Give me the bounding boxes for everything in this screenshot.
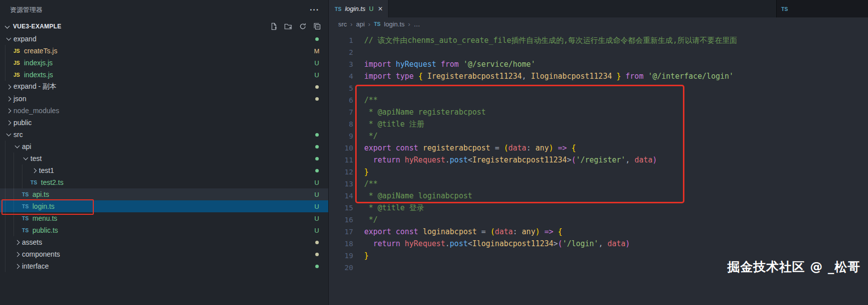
line-number: 8 xyxy=(329,118,353,130)
tree-item-json[interactable]: json xyxy=(0,93,328,105)
more-actions-icon[interactable]: ··· xyxy=(310,5,319,14)
tree-item-createTs.js[interactable]: JScreateTs.jsM xyxy=(0,45,328,57)
tree-item-indexjs.js[interactable]: JSindexjs.jsU xyxy=(0,57,328,69)
project-section-header[interactable]: VUE3-EXAMPLE xyxy=(0,20,328,33)
tree-item-indexts.js[interactable]: JSindexts.jsU xyxy=(0,69,328,81)
vscode-window: { "colors": { "selection_blue": "#0a4d78… xyxy=(0,0,868,305)
git-dot-badge xyxy=(315,97,319,101)
tree-item-public[interactable]: public xyxy=(0,117,328,129)
indent-guide xyxy=(13,188,22,200)
code-line-text: /** xyxy=(353,178,378,190)
indent-guide xyxy=(5,212,13,224)
breadcrumb-separator: › xyxy=(368,20,370,28)
git-untracked-badge: U xyxy=(313,179,320,186)
git-dot-badge xyxy=(315,85,319,89)
git-dot-badge xyxy=(315,145,319,149)
indent-guide xyxy=(5,176,13,188)
tree-item-login.ts[interactable]: TSlogin.tsU xyxy=(0,200,328,212)
line-number: 7 xyxy=(329,106,353,118)
explorer-title: 资源管理器 xyxy=(10,5,42,14)
tree-item-test1[interactable]: test1 xyxy=(0,164,328,176)
tree-item-assets[interactable]: assets xyxy=(0,236,328,248)
watermark: 掘金技术社区 @ _松哥 xyxy=(727,259,861,275)
code-line: 8 * @title 注册 xyxy=(329,118,868,130)
code-line-text xyxy=(353,82,364,94)
close-icon[interactable]: × xyxy=(378,5,383,13)
chevron-right-icon xyxy=(13,236,21,248)
breadcrumb-item-more[interactable]: … xyxy=(414,20,420,28)
line-number: 12 xyxy=(329,166,353,178)
code-line-text: // 该文件由chenms_auto_create_file插件自动生成的,每次… xyxy=(353,34,737,46)
line-number: 18 xyxy=(329,238,353,250)
tab-login-ts[interactable]: TS login.ts U × xyxy=(329,0,389,17)
line-number: 19 xyxy=(329,250,353,262)
indent-guide xyxy=(5,45,13,57)
ts-file-icon: TS xyxy=(22,215,32,221)
tree-item-interface[interactable]: interface xyxy=(0,260,328,272)
tree-item-label: src xyxy=(13,131,23,139)
line-number: 2 xyxy=(329,46,353,58)
code-line-text: } xyxy=(353,250,369,262)
tree-item-expand---[interactable]: expand - 副本 xyxy=(0,81,328,93)
indent-guide xyxy=(5,141,13,152)
code-line: 11 return hyRequest.post<Iregisterabcpos… xyxy=(329,154,868,166)
tree-item-node_modules[interactable]: node_modules xyxy=(0,105,328,117)
project-name: VUE3-EXAMPLE xyxy=(13,23,61,30)
breadcrumb-item-src[interactable]: src xyxy=(338,20,347,28)
tree-item-public.ts[interactable]: TSpublic.tsU xyxy=(0,224,328,236)
code-line-text: export const loginabcpost = (data: any) … xyxy=(353,226,562,238)
tree-item-api[interactable]: api xyxy=(0,141,328,152)
secondary-group-tab[interactable]: TS xyxy=(776,0,868,17)
line-number: 4 xyxy=(329,70,353,82)
line-number: 15 xyxy=(329,202,353,214)
tree-item-api.ts[interactable]: TSapi.tsU xyxy=(0,188,328,200)
tree-item-test2.ts[interactable]: TStest2.tsU xyxy=(0,176,328,188)
chevron-down-icon xyxy=(5,129,13,141)
tree-item-label: json xyxy=(13,95,26,103)
code-line-text: return hyRequest.post<Iregisterabcpost11… xyxy=(353,154,657,166)
tree-item-expand[interactable]: expand xyxy=(0,33,328,45)
breadcrumb-separator: › xyxy=(408,20,410,28)
git-dot-badge xyxy=(315,133,319,137)
code-line: 5 xyxy=(329,82,868,94)
code-line-text: * @title 注册 xyxy=(353,118,424,130)
new-folder-icon[interactable] xyxy=(284,22,292,30)
js-file-icon: JS xyxy=(13,60,23,66)
tree-item-label: test1 xyxy=(39,166,54,174)
chevron-right-icon xyxy=(5,105,13,117)
code-line: 2 xyxy=(329,46,868,58)
code-line: 12} xyxy=(329,166,868,178)
git-untracked-badge: U xyxy=(313,71,320,79)
ts-file-icon: TS xyxy=(30,179,40,185)
tree-item-src[interactable]: src xyxy=(0,129,328,141)
indent-guide xyxy=(5,224,13,236)
tree-item-label: login.ts xyxy=(32,202,54,210)
git-untracked-badge: U xyxy=(313,59,320,67)
js-file-icon: JS xyxy=(13,72,23,78)
collapse-folders-icon[interactable] xyxy=(313,22,321,30)
code-line-text: import hyRequest from '@/service/home' xyxy=(353,58,535,70)
git-dot-badge xyxy=(315,241,319,244)
tree-item-label: test2.ts xyxy=(41,178,63,186)
tree-item-components[interactable]: components xyxy=(0,248,328,260)
tree-item-menu.ts[interactable]: TSmenu.tsU xyxy=(0,212,328,224)
tree-item-label: public xyxy=(13,119,32,127)
chevron-right-icon xyxy=(5,93,13,105)
breadcrumb-item-file[interactable]: login.ts xyxy=(384,20,405,28)
code-line-text: /** xyxy=(353,94,378,106)
tree-item-label: api xyxy=(22,143,31,151)
git-untracked-badge: U xyxy=(313,191,320,198)
new-file-icon[interactable] xyxy=(270,22,278,30)
breadcrumb-item-api[interactable]: api xyxy=(356,20,365,28)
tree-item-label: indexts.js xyxy=(24,71,53,79)
git-untracked-badge: U xyxy=(369,5,374,12)
tree-item-label: api.ts xyxy=(32,190,49,198)
tree-item-test[interactable]: test xyxy=(0,152,328,164)
code-line: 1// 该文件由chenms_auto_create_file插件自动生成的,每… xyxy=(329,34,868,46)
refresh-explorer-icon[interactable] xyxy=(299,22,307,30)
indent-guide xyxy=(5,236,13,248)
code-line: 13/** xyxy=(329,178,868,190)
tab-label: login.ts xyxy=(345,5,365,12)
code-line: 3import hyRequest from '@/service/home' xyxy=(329,58,868,70)
indent-guide xyxy=(13,200,22,212)
